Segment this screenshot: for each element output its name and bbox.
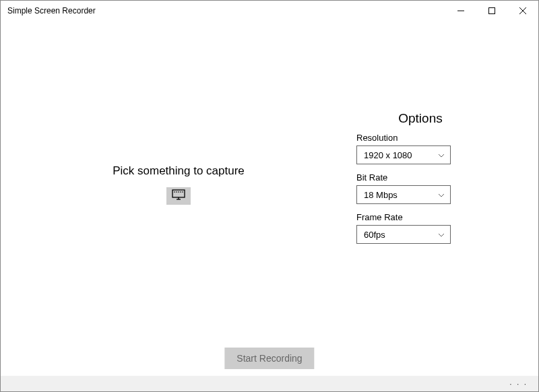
- framerate-value: 60fps: [364, 230, 385, 240]
- monitor-icon: [172, 189, 185, 203]
- start-recording-button[interactable]: Start Recording: [224, 348, 314, 369]
- maximize-button[interactable]: [476, 1, 507, 21]
- svg-rect-4: [172, 190, 185, 197]
- pick-caption: Pick something to capture: [113, 164, 245, 178]
- bitrate-dropdown[interactable]: 18 Mbps: [356, 185, 451, 204]
- bitrate-label: Bit Rate: [356, 172, 464, 183]
- close-button[interactable]: [507, 1, 538, 21]
- capture-pane: Pick something to capture: [1, 21, 356, 376]
- chevron-down-icon: [438, 152, 445, 159]
- framerate-label: Frame Rate: [356, 212, 464, 222]
- capture-target-button[interactable]: [166, 187, 191, 205]
- svg-rect-1: [489, 8, 495, 14]
- resolution-dropdown[interactable]: 1920 x 1080: [356, 145, 451, 164]
- bitrate-group: Bit Rate 18 Mbps: [356, 172, 464, 204]
- resolution-label: Resolution: [356, 133, 464, 143]
- resolution-group: Resolution 1920 x 1080: [356, 133, 464, 164]
- options-pane: Options Resolution 1920 x 1080 Bit Rate …: [356, 21, 538, 376]
- minimize-button[interactable]: [445, 1, 476, 21]
- bitrate-value: 18 Mbps: [364, 190, 398, 200]
- window-title: Simple Screen Recorder: [7, 6, 96, 15]
- resolution-value: 1920 x 1080: [364, 150, 412, 160]
- framerate-group: Frame Rate 60fps: [356, 212, 464, 244]
- chevron-down-icon: [438, 231, 445, 238]
- more-icon[interactable]: · · ·: [509, 379, 528, 389]
- framerate-dropdown[interactable]: 60fps: [356, 225, 451, 244]
- options-heading: Options: [377, 111, 464, 126]
- content-area: Pick something to capture Options Resolu…: [1, 21, 538, 376]
- window-controls: [445, 1, 538, 21]
- chevron-down-icon: [438, 191, 445, 199]
- titlebar: Simple Screen Recorder: [1, 1, 538, 21]
- statusbar: · · ·: [1, 376, 538, 391]
